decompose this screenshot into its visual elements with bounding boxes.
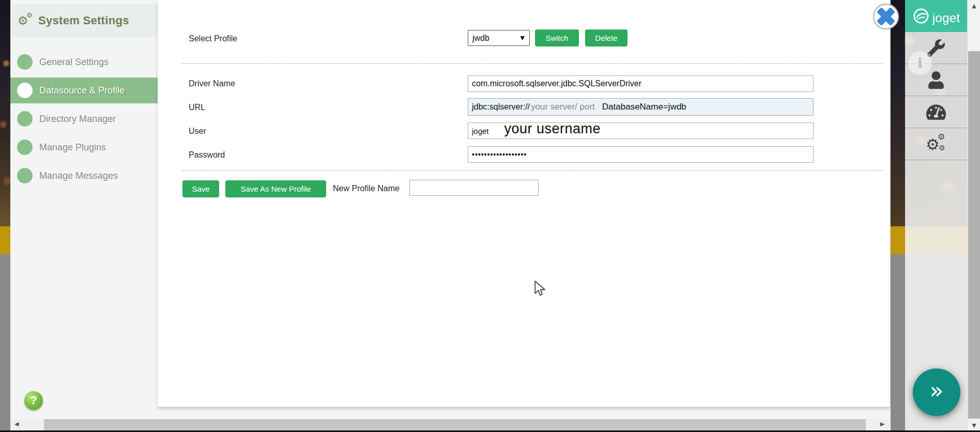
user-redaction-annotation: your username [504,121,601,137]
bullet-circle-icon [17,54,33,70]
question-mark-icon: ? [30,394,37,407]
new-profile-name-input[interactable] [409,180,539,196]
horizontal-scrollbar-thumb[interactable] [44,419,866,430]
user-icon [928,71,944,89]
scroll-right-icon[interactable]: ▶ [880,421,884,427]
sidebar-header: ⚙ ⚙ System Settings [10,4,158,37]
sidebar-item-label: Manage Plugins [39,142,106,153]
horizontal-scrollbar[interactable]: ◀ ▶ [10,419,891,430]
wrench-icon [927,39,945,57]
user-label: User [189,127,206,136]
profile-select-value: jwdb [472,34,489,43]
password-label: Password [189,150,225,160]
sidebar-item-label: General Settings [39,57,109,68]
dashboard-icon [926,103,946,121]
sidebar-item-label: Datasource & Profile [39,85,125,96]
joget-logo-icon [912,7,930,25]
vertical-scrollbar[interactable]: ▲ ▼ [967,0,980,430]
sidebar-item-label: Manage Messages [39,171,118,181]
separator-dotted [182,170,883,171]
double-chevron-right-icon: » [930,379,944,402]
background-photo-left [0,0,10,226]
bullet-circle-icon [17,83,33,98]
gears-icon: ⚙ ⚙ [18,13,33,28]
background-yellow-band-left [0,226,10,254]
close-button[interactable] [871,2,900,33]
background-gray-strip-left [0,254,10,430]
page-title: System Settings [38,14,129,27]
password-input[interactable]: •••••••••••••••••• [468,146,814,163]
driver-name-input[interactable] [468,75,814,92]
new-profile-name-label: New Profile Name [333,184,400,193]
info-ghost-icon: i [908,51,932,75]
sidebar-item-manage-messages[interactable]: Manage Messages [10,163,158,189]
sidebar-item-general-settings[interactable]: General Settings [10,49,158,75]
gears-icon: ⚙ ⚙ ⚙ [926,134,946,155]
sidebar-item-datasource-profile[interactable]: Datasource & Profile [10,78,158,103]
system-settings-page: ⚙ ⚙ System Settings General Settings Dat… [0,0,980,432]
user-value: joget [472,127,489,135]
bullet-circle-icon [17,140,33,155]
password-masked-value: •••••••••••••••••• [472,150,527,159]
bullet-circle-icon [17,168,33,183]
sidebar-item-label: Directory Manager [39,114,116,125]
scroll-left-icon[interactable]: ◀ [14,421,19,427]
joget-logo[interactable]: joget [905,0,967,32]
bullet-circle-icon [17,111,33,127]
select-profile-label: Select Profile [189,34,237,43]
profile-select[interactable]: jwdb ▼ [468,30,530,46]
url-value-suffix: DatabaseName=jwdb [602,102,686,112]
toolbar-item-dashboard[interactable] [905,96,967,128]
driver-name-label: Driver Name [189,79,235,88]
toolbar-item-settings[interactable]: ⚙ ⚙ ⚙ [905,128,967,160]
gear-small-icon: ⚙ [26,12,33,19]
sidebar-item-manage-plugins[interactable]: Manage Plugins [10,134,158,160]
url-input[interactable]: jdbc:sqlserver:// your server/ port Data… [468,98,814,116]
switch-button[interactable]: Switch [535,29,579,47]
sidebar-item-directory-manager[interactable]: Directory Manager [10,106,158,132]
help-button[interactable]: ? [24,391,43,410]
toolbar-item-admin[interactable]: i [905,32,967,64]
scroll-down-icon[interactable]: ▼ [968,422,980,429]
datasource-form-panel: Select Profile jwdb ▼ Switch Delete Driv… [158,0,891,407]
delete-button[interactable]: Delete [585,29,627,47]
chevron-down-icon: ▼ [520,35,525,41]
close-icon [871,2,900,31]
user-input[interactable]: joget your username [468,122,814,139]
save-as-new-profile-button[interactable]: Save As New Profile [225,180,326,197]
url-value-prefix: jdbc:sqlserver:// [472,102,530,112]
url-redaction-annotation: your server/ port [531,102,595,112]
url-label: URL [189,103,205,112]
save-button[interactable]: Save [182,180,219,197]
expand-panel-button[interactable]: » [913,368,960,416]
separator-dotted [182,63,883,64]
vertical-scrollbar-thumb[interactable] [968,51,980,419]
brand-name: joget [932,11,960,25]
scroll-up-icon[interactable]: ▲ [968,3,980,9]
